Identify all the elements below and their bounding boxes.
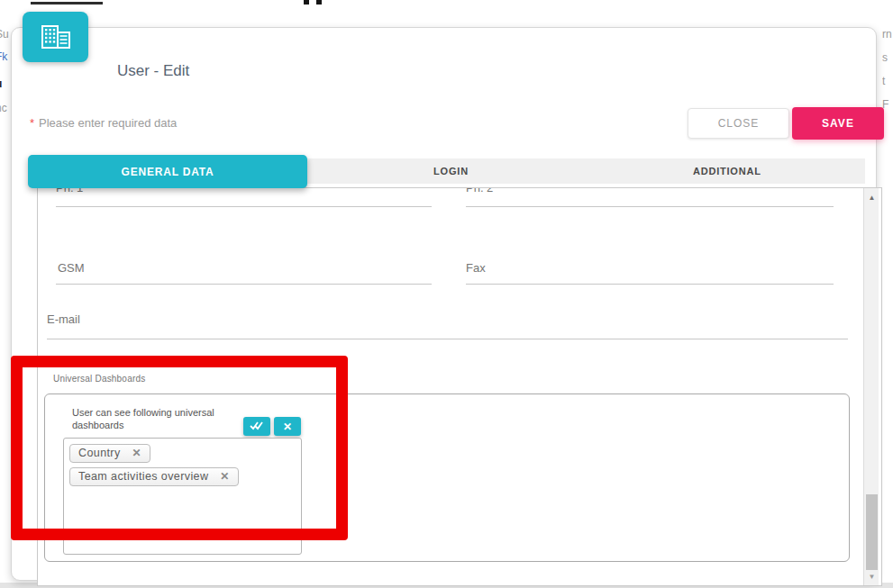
universal-dashboards-fieldset: User can see following universal dashboa…: [44, 394, 850, 562]
required-asterisk-icon: *: [30, 116, 34, 130]
select-all-button[interactable]: [243, 417, 270, 436]
dialog-title: User - Edit: [117, 62, 189, 80]
background-text-fragment: t: [882, 75, 893, 87]
remove-tag-icon[interactable]: ✕: [220, 470, 229, 483]
universal-dashboards-label: Universal Dashboards: [53, 374, 145, 384]
background-text-fragment: s: [882, 51, 893, 64]
scroll-down-icon[interactable]: ▼: [864, 569, 879, 583]
tab-login[interactable]: LOGIN: [313, 158, 588, 184]
background-text-fragment: [316, 0, 322, 5]
selected-dashboards-listbox[interactable]: Country ✕ Team activities overview ✕: [63, 438, 302, 555]
dashboards-picker-description: User can see following universal dashboa…: [72, 406, 243, 431]
tag-label: Team activities overview: [78, 470, 208, 483]
background-text-fragment: [304, 0, 309, 5]
gsm-input[interactable]: [56, 284, 432, 285]
background-text-fragment: nc: [0, 102, 11, 114]
dashboard-tag-country[interactable]: Country ✕: [69, 444, 150, 463]
ph1-input[interactable]: [56, 206, 432, 207]
dashboard-tag-team-activities[interactable]: Team activities overview ✕: [69, 467, 239, 486]
ph1-field-label: Ph. 1: [56, 187, 83, 194]
email-field-label: E-mail: [47, 312, 80, 326]
building-icon: [23, 12, 88, 62]
email-input[interactable]: [47, 339, 848, 339]
vertical-scrollbar[interactable]: ▲ ▼: [863, 188, 879, 585]
required-data-note: *Please enter required data: [30, 116, 177, 130]
background-text-fragment: Fk: [0, 50, 11, 63]
remove-tag-icon[interactable]: ✕: [132, 447, 141, 459]
save-button[interactable]: SAVE: [792, 107, 884, 140]
user-edit-dialog: User - Edit *Please enter required data …: [11, 27, 877, 581]
tab-general-data[interactable]: GENERAL DATA: [28, 155, 307, 188]
scroll-up-icon[interactable]: ▲: [864, 190, 879, 204]
fax-field-label: Fax: [466, 261, 486, 275]
tag-label: Country: [78, 447, 121, 459]
background-text-fragment: Su: [0, 28, 11, 41]
gsm-field-label: GSM: [58, 261, 85, 275]
ph2-input[interactable]: [466, 206, 834, 207]
clear-all-button[interactable]: ✕: [274, 417, 301, 436]
close-button[interactable]: CLOSE: [688, 108, 789, 139]
double-check-icon: [250, 421, 264, 433]
background-text-fragment: u: [0, 77, 11, 90]
clear-icon: ✕: [283, 421, 292, 433]
dialog-scroll-area: Ph. 1 Ph. 2 GSM Fax E-mail Universal Das…: [37, 187, 882, 586]
background-text-fragment: [31, 2, 103, 5]
scrollbar-thumb[interactable]: [866, 494, 878, 570]
ph2-field-label: Ph. 2: [466, 187, 493, 194]
background-text-fragment: rn: [882, 28, 893, 41]
fax-input[interactable]: [466, 284, 834, 285]
tab-additional[interactable]: ADDITIONAL: [589, 158, 865, 184]
